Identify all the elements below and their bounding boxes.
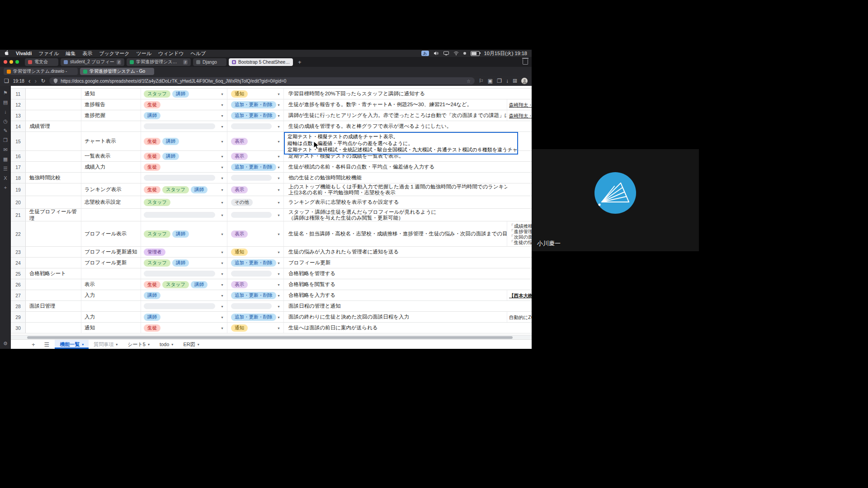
action-chip[interactable]: その他 bbox=[231, 199, 253, 206]
downloads-icon[interactable]: ↓ bbox=[506, 78, 509, 84]
action-chip[interactable]: 追加・更新・削除 bbox=[231, 314, 276, 321]
cell-section[interactable]: 面談日管理 bbox=[26, 301, 81, 311]
cell-note[interactable] bbox=[507, 162, 532, 172]
empty-dropdown-chip[interactable] bbox=[144, 212, 215, 218]
chevron-down-icon[interactable]: ▼ bbox=[221, 201, 224, 204]
row-number[interactable]: 26 bbox=[11, 279, 26, 290]
cell-users[interactable]: スタッフ講師▼ bbox=[141, 89, 227, 99]
action-chip[interactable]: 表示 bbox=[231, 281, 248, 288]
cell-users[interactable]: スタッフ▼ bbox=[141, 196, 227, 208]
empty-dropdown-chip[interactable] bbox=[144, 123, 215, 129]
menu-item[interactable]: 表示 bbox=[82, 50, 92, 57]
windows-icon[interactable]: ❐ bbox=[2, 138, 9, 143]
chevron-down-icon[interactable]: ▾ bbox=[82, 343, 84, 347]
cell-section[interactable] bbox=[26, 99, 81, 110]
cell-description[interactable]: 他の生徒との勉強時間比較機能 bbox=[284, 173, 507, 183]
user-chip[interactable]: 生徒 bbox=[144, 281, 160, 288]
user-chip[interactable]: 講師 bbox=[172, 230, 189, 238]
url-field[interactable]: https://docs.google.com/spreadsheets/d/1… bbox=[49, 77, 475, 84]
cell-description[interactable]: 生徒へは面談の前日に案内が送られる bbox=[284, 323, 507, 333]
user-chip[interactable]: 生徒 bbox=[144, 138, 160, 145]
menu-item[interactable]: ヘルプ bbox=[190, 50, 206, 57]
cell-note[interactable]: 自動的にZO bbox=[507, 312, 532, 322]
chevron-down-icon[interactable]: ▼ bbox=[221, 326, 224, 329]
x-panel-icon[interactable]: X bbox=[2, 176, 9, 181]
browser-tab[interactable]: 電文会 bbox=[25, 58, 58, 66]
cell-users[interactable]: 管理者▼ bbox=[141, 247, 227, 257]
zoom-window-button[interactable] bbox=[15, 60, 19, 64]
menu-bar-clock[interactable]: 10月15日(火) 19:18 bbox=[484, 50, 527, 57]
cell-section[interactable] bbox=[26, 290, 81, 300]
user-chip[interactable]: 生徒 bbox=[144, 164, 160, 171]
chevron-down-icon[interactable]: ▼ bbox=[277, 155, 280, 158]
user-chip[interactable]: 生徒 bbox=[144, 186, 160, 193]
cell-action[interactable]: 通知▼ bbox=[227, 89, 284, 99]
chevron-down-icon[interactable]: ▾ bbox=[148, 343, 150, 347]
cell-section[interactable] bbox=[26, 162, 81, 172]
chevron-down-icon[interactable]: ▼ bbox=[221, 176, 224, 179]
cell-users[interactable]: 生徒▼ bbox=[141, 162, 227, 172]
cell-users[interactable]: 講師▼ bbox=[141, 290, 227, 300]
chevron-down-icon[interactable]: ▾ bbox=[198, 343, 199, 347]
chevron-down-icon[interactable]: ▼ bbox=[277, 283, 280, 286]
chevron-down-icon[interactable]: ▼ bbox=[221, 188, 224, 191]
cell-feature[interactable]: 志望校表示設定 bbox=[81, 196, 141, 208]
chevron-down-icon[interactable]: ▼ bbox=[221, 165, 224, 169]
tasks-icon[interactable]: ☰ bbox=[2, 166, 9, 171]
chevron-down-icon[interactable]: ▼ bbox=[277, 92, 280, 95]
cell-feature[interactable] bbox=[81, 121, 141, 131]
empty-dropdown-chip[interactable] bbox=[231, 271, 272, 277]
cell-section[interactable] bbox=[26, 247, 81, 257]
user-chip[interactable]: スタッフ bbox=[162, 281, 189, 288]
user-chip[interactable]: 講師 bbox=[172, 90, 189, 98]
cell-description[interactable]: 生徒が進捗を報告する。数学・青チャートA・例題25〜30、練習21〜24など。 bbox=[284, 99, 507, 110]
cell-users[interactable]: ▼ bbox=[141, 301, 227, 311]
row-number[interactable]: 18 bbox=[11, 173, 26, 183]
empty-dropdown-chip[interactable] bbox=[144, 303, 215, 309]
action-chip[interactable]: 追加・更新・削除 bbox=[231, 112, 276, 119]
user-chip[interactable]: 生徒 bbox=[144, 324, 160, 332]
cell-section[interactable]: 勉強時間比較 bbox=[26, 173, 81, 183]
bookmarks-icon[interactable]: ⚑ bbox=[2, 90, 9, 95]
cell-description[interactable]: 学習目標時間を20%下回ったらスタッフと講師に通知する bbox=[284, 89, 507, 99]
row-number[interactable]: 28 bbox=[11, 301, 26, 311]
cell-section[interactable]: 合格戦略シート bbox=[26, 268, 81, 279]
cell-section[interactable] bbox=[26, 151, 81, 161]
menu-item[interactable]: Vivaldi bbox=[16, 51, 32, 56]
all-sheets-button[interactable]: ☰ bbox=[41, 341, 53, 348]
user-chip[interactable]: 講師 bbox=[144, 292, 160, 299]
row-number[interactable]: 29 bbox=[11, 312, 26, 322]
browser-tab[interactable]: 学習進捗管理システム2 bbox=[127, 58, 191, 66]
sheet-tab[interactable]: todo▾ bbox=[155, 340, 178, 349]
closed-tabs-trash-icon[interactable] bbox=[523, 59, 528, 65]
chevron-down-icon[interactable]: ▾ bbox=[171, 343, 173, 347]
user-chip[interactable]: 講師 bbox=[144, 112, 160, 119]
apple-menu-icon[interactable] bbox=[5, 50, 9, 56]
cell-description[interactable]: 上のストップ機能もしくは手動入力で把握した過去１週間の勉強時間の平均時間でのラン… bbox=[284, 183, 507, 196]
empty-dropdown-chip[interactable] bbox=[231, 303, 272, 309]
cell-section[interactable] bbox=[26, 110, 81, 121]
cell-feature[interactable]: 成績入力 bbox=[81, 162, 141, 172]
cell-feature[interactable] bbox=[81, 209, 141, 221]
chevron-down-icon[interactable]: ▼ bbox=[221, 294, 224, 297]
cell-users[interactable]: スタッフ講師▼ bbox=[141, 221, 227, 246]
chevron-down-icon[interactable]: ▾ bbox=[116, 343, 118, 347]
cell-feature[interactable]: 進捗把握 bbox=[81, 110, 141, 121]
cell-feature[interactable]: プロフィール表示 bbox=[81, 221, 141, 246]
cell-section[interactable] bbox=[26, 258, 81, 268]
chevron-down-icon[interactable]: ▼ bbox=[277, 294, 280, 297]
user-chip[interactable]: 講師 bbox=[162, 153, 179, 160]
cell-note[interactable] bbox=[507, 323, 532, 333]
cell-section[interactable]: 成績管理 bbox=[26, 121, 81, 131]
action-chip[interactable]: 通知 bbox=[231, 90, 248, 98]
cell-note[interactable]: 森崎翔太・ bbox=[507, 99, 532, 110]
chevron-down-icon[interactable]: ▼ bbox=[277, 114, 280, 117]
row-number[interactable]: 23 bbox=[11, 247, 26, 257]
cell-section[interactable]: 生徒プロフィール管理 bbox=[26, 209, 81, 221]
cell-description[interactable]: 合格戦略を管理する bbox=[284, 268, 507, 279]
chevron-down-icon[interactable]: ▼ bbox=[221, 213, 224, 216]
chevron-down-icon[interactable]: ▼ bbox=[221, 305, 224, 308]
cell-feature[interactable] bbox=[81, 173, 141, 183]
empty-dropdown-chip[interactable] bbox=[231, 175, 272, 181]
chevron-down-icon[interactable]: ▼ bbox=[277, 232, 280, 235]
